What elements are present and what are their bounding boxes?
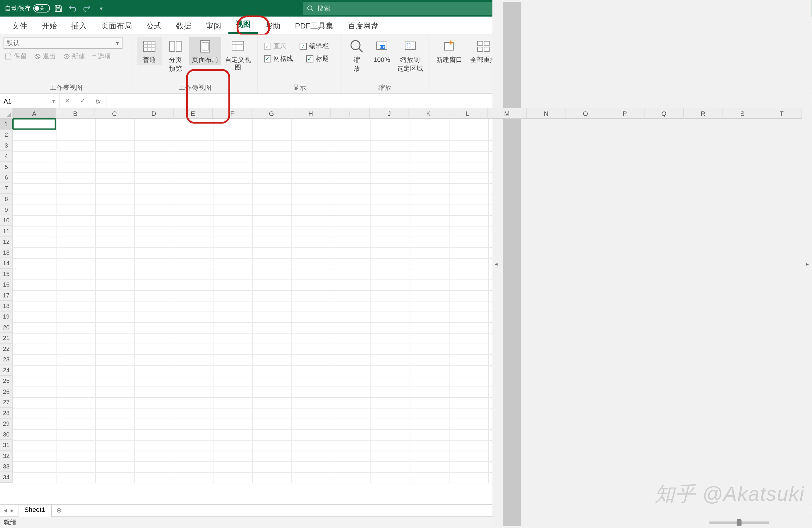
row-header[interactable]: 22	[0, 344, 13, 354]
exit-view-button[interactable]: 退出	[32, 51, 57, 61]
column-header[interactable]: L	[448, 108, 488, 119]
column-header[interactable]: N	[527, 108, 566, 119]
tab-formulas[interactable]: 公式	[139, 17, 169, 34]
column-header[interactable]: M	[488, 108, 527, 119]
column-header[interactable]: P	[605, 108, 644, 119]
row-header[interactable]: 32	[0, 451, 13, 461]
page-break-preview-button[interactable]: 分页 预览	[163, 37, 188, 74]
hscroll-thumb[interactable]	[503, 2, 521, 526]
row-header[interactable]: 6	[0, 173, 13, 183]
row-headers[interactable]: 1234567891011121314151617181920212223242…	[0, 119, 13, 504]
autosave-toggle[interactable]: 自动保存 关	[0, 4, 49, 13]
row-header[interactable]: 21	[0, 333, 13, 343]
row-header[interactable]: 13	[0, 247, 13, 258]
column-header[interactable]: C	[95, 108, 134, 119]
tab-home[interactable]: 开始	[34, 17, 64, 34]
row-header[interactable]: 16	[0, 280, 13, 290]
headings-checkbox[interactable]: ✓标题	[304, 53, 331, 64]
zoom-slider-knob[interactable]	[737, 519, 741, 526]
row-header[interactable]: 19	[0, 311, 13, 322]
column-header[interactable]: H	[291, 108, 331, 119]
custom-views-button[interactable]: 自定义视图	[222, 37, 254, 73]
row-header[interactable]: 29	[0, 419, 13, 429]
row-header[interactable]: 10	[0, 215, 13, 226]
select-all-corner[interactable]	[0, 108, 13, 119]
horizontal-scrollbar[interactable]: ◂ ▸	[492, 0, 811, 528]
row-header[interactable]: 12	[0, 237, 13, 247]
tab-data[interactable]: 数据	[169, 17, 199, 34]
formula-cancel-icon[interactable]: ✕	[60, 97, 75, 104]
tab-baidu-netdisk[interactable]: 百度网盘	[340, 17, 386, 34]
row-header[interactable]: 3	[0, 140, 13, 151]
new-window-button[interactable]: 新建窗口	[433, 37, 466, 65]
row-header[interactable]: 24	[0, 365, 13, 376]
column-header[interactable]: D	[134, 108, 174, 119]
tab-help[interactable]: 帮助	[258, 17, 288, 34]
row-header[interactable]: 9	[0, 204, 13, 215]
column-header[interactable]: O	[566, 108, 606, 119]
gridlines-checkbox[interactable]: ✓网格线	[262, 53, 296, 64]
column-header[interactable]: I	[331, 108, 370, 119]
sheet-tab-1[interactable]: Sheet1	[18, 505, 52, 517]
column-header[interactable]: J	[370, 108, 409, 119]
row-header[interactable]: 11	[0, 226, 13, 236]
tab-review[interactable]: 审阅	[199, 17, 228, 34]
row-header[interactable]: 26	[0, 386, 13, 397]
row-header[interactable]: 33	[0, 461, 13, 472]
column-header[interactable]: S	[723, 108, 763, 119]
scroll-right-icon[interactable]: ▸	[803, 261, 811, 267]
sheet-nav[interactable]: ◂▸	[0, 505, 18, 516]
scroll-left-icon[interactable]: ◂	[492, 261, 501, 267]
normal-view-button[interactable]: 普通	[137, 37, 162, 65]
row-header[interactable]: 5	[0, 162, 13, 172]
column-header[interactable]: G	[252, 108, 291, 119]
undo-icon[interactable]	[67, 3, 78, 14]
row-header[interactable]: 20	[0, 322, 13, 333]
row-header[interactable]: 23	[0, 354, 13, 365]
row-header[interactable]: 14	[0, 258, 13, 269]
view-options-button[interactable]: ≡选项	[91, 51, 112, 61]
redo-icon[interactable]	[82, 3, 92, 14]
page-layout-view-button[interactable]: 页面布局	[189, 37, 221, 65]
save-icon[interactable]	[53, 3, 63, 14]
row-header[interactable]: 25	[0, 376, 13, 386]
add-sheet-button[interactable]: ⊕	[52, 505, 67, 516]
tab-insert[interactable]: 插入	[64, 17, 94, 34]
column-header[interactable]: E	[174, 108, 213, 119]
sheet-nav-next-icon[interactable]: ▸	[10, 507, 15, 514]
column-header[interactable]: R	[684, 108, 723, 119]
row-header[interactable]: 7	[0, 183, 13, 194]
column-header[interactable]: A	[13, 108, 56, 119]
row-header[interactable]: 15	[0, 269, 13, 279]
sheet-nav-prev-icon[interactable]: ◂	[2, 507, 8, 514]
row-header[interactable]: 28	[0, 408, 13, 419]
search-box[interactable]	[303, 2, 520, 15]
row-header[interactable]: 30	[0, 429, 13, 440]
zoom-button[interactable]: 缩放	[345, 37, 369, 74]
insert-function-icon[interactable]: fx	[90, 97, 106, 104]
name-box[interactable]: A1▾	[0, 94, 60, 108]
column-header[interactable]: B	[56, 108, 95, 119]
zoom-slider[interactable]	[709, 521, 769, 524]
keep-view-button[interactable]: 保留	[3, 51, 28, 61]
row-header[interactable]: 1	[0, 119, 13, 129]
new-view-button[interactable]: 新建	[62, 51, 86, 61]
formula-enter-icon[interactable]: ✓	[75, 97, 90, 104]
formula-bar-checkbox[interactable]: ✓编辑栏	[298, 41, 332, 52]
row-header[interactable]: 2	[0, 130, 13, 140]
search-input[interactable]	[317, 5, 516, 12]
column-headers[interactable]: ABCDEFGHIJKLMNOPQRST	[13, 108, 803, 119]
qat-customize-icon[interactable]: ▾	[96, 3, 106, 14]
tab-pdf-tools[interactable]: PDF工具集	[288, 17, 340, 34]
tab-file[interactable]: 文件	[5, 17, 34, 34]
column-header[interactable]: Q	[644, 108, 684, 119]
zoom-100-button[interactable]: 100 100%	[370, 37, 394, 65]
tab-view[interactable]: 视图	[228, 16, 258, 34]
row-header[interactable]: 18	[0, 301, 13, 311]
row-header[interactable]: 17	[0, 290, 13, 301]
sheet-view-combo[interactable]: 默认▾	[3, 37, 122, 49]
row-header[interactable]: 34	[0, 472, 13, 483]
column-header[interactable]: K	[409, 108, 449, 119]
zoom-to-selection-button[interactable]: 缩放到 选定区域	[395, 37, 425, 74]
column-header[interactable]: T	[763, 108, 802, 119]
